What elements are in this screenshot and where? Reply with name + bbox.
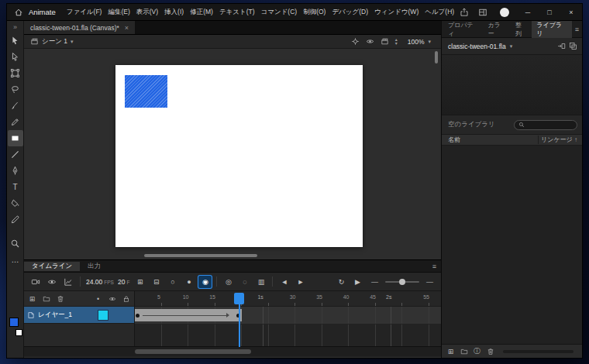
stage-rectangle[interactable] (125, 75, 167, 108)
show-all-icon[interactable] (366, 37, 374, 46)
layer-outline-color-swatch[interactable] (98, 311, 108, 320)
line-tool[interactable] (8, 146, 23, 163)
insert-blank-keyframe-button[interactable]: ○ (166, 276, 179, 288)
timeline-ruler[interactable]: 51015201s303540452s55 (135, 291, 441, 307)
menu-item-10[interactable]: ウィンドウ(W) (371, 4, 422, 20)
menu-item-1[interactable]: ファイル(F) (64, 4, 105, 20)
panel-menu-icon[interactable]: ≡ (572, 21, 582, 37)
delete-item-button[interactable] (485, 348, 495, 355)
delete-layer-button[interactable] (55, 295, 65, 303)
menu-item-2[interactable]: 編集(E) (105, 4, 133, 20)
insert-frame-button[interactable]: ⊞ (133, 276, 146, 288)
frame-rate-display[interactable]: 24.00 FPS (86, 278, 114, 286)
library-document-select[interactable]: classic-tween-01.fla ▾ (442, 38, 583, 55)
auto-keyframe-button[interactable]: ◉ (198, 276, 212, 288)
brush-tool[interactable] (8, 98, 23, 114)
selection-tool[interactable] (8, 33, 23, 49)
column-linkage[interactable]: リンケージ (541, 136, 573, 144)
pin-library-icon[interactable] (557, 42, 566, 50)
subselection-tool[interactable] (8, 49, 23, 65)
insert-keyframe-button[interactable]: ● (182, 276, 195, 288)
tab-properties[interactable]: プロパティ (443, 21, 483, 38)
zoom-slider-knob[interactable] (399, 279, 405, 285)
layer-name[interactable]: レイヤー_1 (38, 311, 72, 320)
layer-row[interactable]: レイヤー_1 (24, 307, 135, 324)
tab-library[interactable]: ライブラリ (532, 21, 571, 38)
menu-item-5[interactable]: 修正(M) (187, 4, 216, 20)
account-avatar[interactable] (500, 8, 509, 17)
zoom-level-select[interactable]: 100% ▾ (404, 37, 435, 46)
onion-skin-outline-button[interactable]: ◌ (238, 276, 251, 288)
maximize-button[interactable]: □ (539, 4, 560, 20)
tab-color[interactable]: カラー (483, 21, 510, 38)
timeline-h-scrollbar[interactable] (24, 346, 441, 356)
column-name[interactable]: 名前 (448, 136, 535, 144)
center-stage-icon[interactable] (351, 37, 360, 46)
loop-button[interactable]: ↻ (335, 276, 348, 288)
pencil-tool[interactable] (8, 114, 23, 130)
playhead[interactable] (234, 293, 244, 304)
stage[interactable] (115, 65, 363, 247)
stepper-down-icon[interactable]: ▾ (395, 42, 398, 46)
timeline-zoom-in-button[interactable]: — (423, 276, 436, 288)
collapse-panel-icon[interactable]: » (13, 22, 17, 32)
new-symbol-button[interactable]: ⊞ (446, 348, 456, 355)
stroke-color-swatch[interactable] (16, 329, 22, 336)
lasso-tool[interactable] (8, 81, 23, 98)
menu-item-6[interactable]: テキスト(T) (216, 4, 258, 20)
new-folder-button[interactable] (41, 295, 51, 303)
workspace-icon[interactable] (474, 8, 492, 17)
menu-item-3[interactable]: 表示(V) (133, 4, 161, 20)
new-folder-button[interactable] (459, 348, 469, 355)
edit-multiple-frames-button[interactable]: ▥ (254, 276, 267, 288)
next-keyframe-button[interactable]: ► (294, 276, 307, 288)
paint-bucket-tool[interactable] (8, 195, 23, 211)
stage-area[interactable] (24, 49, 441, 259)
tab-timeline[interactable]: タイムライン (24, 262, 80, 271)
classic-tween-span[interactable] (135, 309, 242, 321)
stage-v-scrollbar[interactable] (435, 51, 438, 64)
eyedropper-tool[interactable] (8, 211, 23, 228)
keyframe-dot[interactable] (136, 314, 140, 318)
document-tab[interactable]: classic-tween-01.fla (Canvas)* × (24, 21, 135, 34)
new-library-panel-icon[interactable] (569, 42, 577, 50)
remove-frame-button[interactable]: ⊟ (150, 276, 163, 288)
item-properties-button[interactable]: ⓘ (472, 346, 482, 356)
sort-ascending-icon[interactable]: ↑ (574, 136, 577, 143)
library-search-input[interactable] (514, 120, 577, 130)
clip-content-icon[interactable] (381, 37, 389, 46)
text-tool[interactable]: T (8, 179, 23, 195)
highlight-column-icon[interactable]: • (93, 295, 103, 303)
scene-name[interactable]: シーン 1 (42, 37, 67, 46)
current-frame-display[interactable]: 20 F (118, 278, 129, 286)
camera-icon[interactable] (29, 276, 42, 288)
show-layers-icon[interactable] (45, 276, 58, 288)
rectangle-tool[interactable] (8, 130, 23, 146)
graph-editor-icon[interactable] (61, 276, 74, 288)
menu-item-4[interactable]: 挿入(I) (161, 4, 187, 20)
scrollbar-thumb[interactable] (135, 349, 251, 354)
timeline-zoom-out-button[interactable]: — (368, 276, 381, 288)
panel-menu-icon[interactable]: ≡ (428, 260, 441, 272)
tab-align[interactable]: 整列 (511, 21, 532, 38)
library-h-scrollbar[interactable] (503, 350, 574, 353)
stage-h-scrollbar[interactable] (144, 254, 257, 257)
menu-item-8[interactable]: 制御(O) (300, 4, 329, 20)
layer-track[interactable] (135, 307, 441, 324)
column-divider[interactable] (538, 136, 539, 144)
zoom-stepper[interactable]: ▴ ▾ (395, 38, 398, 45)
timeline-zoom-slider[interactable] (385, 281, 419, 283)
menu-item-11[interactable]: ヘルプ(H) (422, 4, 455, 20)
share-icon[interactable] (455, 8, 474, 17)
prev-keyframe-button[interactable]: ◄ (277, 276, 291, 288)
pen-tool[interactable] (8, 163, 23, 179)
new-layer-button[interactable]: ⊞ (27, 295, 37, 303)
free-transform-tool[interactable] (8, 65, 23, 81)
play-button[interactable]: ▶ (351, 276, 364, 288)
visibility-column-icon[interactable] (107, 295, 117, 303)
more-tools-button[interactable]: … (8, 252, 23, 268)
lock-column-icon[interactable] (121, 295, 131, 303)
zoom-tool[interactable] (8, 235, 23, 252)
minimize-button[interactable]: ─ (517, 4, 539, 20)
menu-item-7[interactable]: コマンド(C) (258, 4, 301, 20)
